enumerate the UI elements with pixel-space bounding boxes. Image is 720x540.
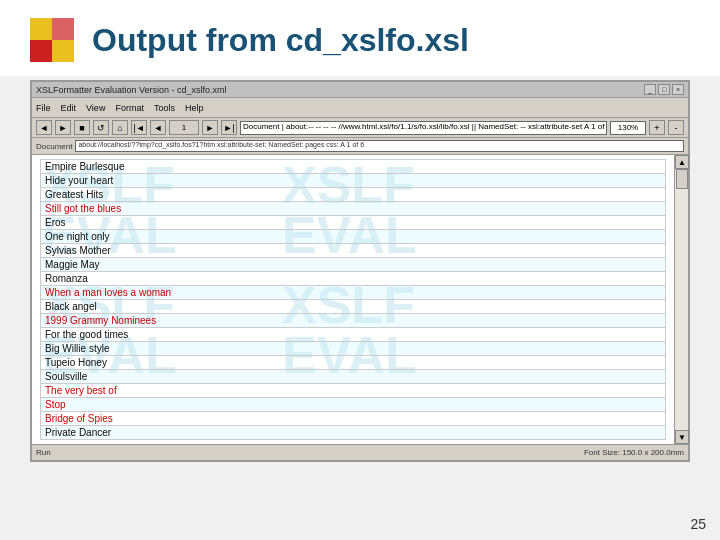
logo-icon: [30, 18, 74, 62]
slide-title: Output from cd_xslfo.xsl: [92, 22, 469, 59]
zoom-level: 130%: [610, 121, 646, 135]
cd-title-cell: Sylvias Mother: [41, 244, 666, 258]
browser-title-buttons: _ □ ×: [644, 84, 684, 95]
home-button[interactable]: ⌂: [112, 120, 128, 135]
nav-btn-8[interactable]: ►|: [221, 120, 237, 135]
cd-title-cell: Empire Burlesque: [41, 160, 666, 174]
url-field[interactable]: about://localhost/??tmp?cd_xslfo.fos?1?h…: [75, 140, 684, 152]
table-row: Maggie May: [41, 258, 666, 272]
forward-button[interactable]: ►: [55, 120, 71, 135]
address-bar[interactable]: Document | about:-- -- -- -- //www.html.…: [240, 121, 607, 135]
menu-tools[interactable]: Tools: [154, 103, 175, 113]
browser-navrow: ◄ ► ■ ↺ ⌂ |◄ ◄ 1 ► ►| Document | about:-…: [32, 118, 688, 138]
cd-table: Empire BurlesqueHide your heartGreatest …: [40, 159, 666, 440]
maximize-button[interactable]: □: [658, 84, 670, 95]
cd-title-cell: One night only: [41, 230, 666, 244]
scroll-track: [675, 169, 688, 430]
browser-window: XSLFormatter Evaluation Version - cd_xsl…: [30, 80, 690, 462]
table-row: Black angel: [41, 300, 666, 314]
nav-btn-5[interactable]: |◄: [131, 120, 147, 135]
table-row: Stop: [41, 398, 666, 412]
browser-statusbar: Run Font Size: 150.0 x 200.0mm: [32, 444, 688, 460]
table-row: Big Willie style: [41, 342, 666, 356]
table-row: Hide your heart: [41, 174, 666, 188]
cd-title-cell: Tupeio Honey: [41, 356, 666, 370]
close-button[interactable]: ×: [672, 84, 684, 95]
svg-rect-1: [52, 40, 74, 62]
cd-title-cell: The very best of: [41, 384, 666, 398]
svg-rect-0: [30, 18, 52, 40]
table-row: 1999 Grammy Nominees: [41, 314, 666, 328]
nav-btn-7[interactable]: ►: [202, 120, 218, 135]
table-row: Bridge of Spies: [41, 412, 666, 426]
scroll-up[interactable]: ▲: [675, 155, 689, 169]
cd-title-cell: 1999 Grammy Nominees: [41, 314, 666, 328]
table-row: One night only: [41, 230, 666, 244]
stop-button[interactable]: ■: [74, 120, 90, 135]
table-row: Eros: [41, 216, 666, 230]
cd-title-cell: Greatest Hits: [41, 188, 666, 202]
scrollbar[interactable]: ▲ ▼: [674, 155, 688, 444]
table-row: Soulsville: [41, 370, 666, 384]
cd-title-cell: Big Willie style: [41, 342, 666, 356]
svg-rect-2: [30, 40, 52, 62]
browser-title-text: XSLFormatter Evaluation Version - cd_xsl…: [36, 85, 644, 95]
cd-title-cell: Romanza: [41, 272, 666, 286]
cd-title-cell: Eros: [41, 216, 666, 230]
table-row: Private Dancer: [41, 426, 666, 440]
cd-title-cell: Bridge of Spies: [41, 412, 666, 426]
zoom-out[interactable]: -: [668, 120, 684, 135]
cd-title-cell: When a man loves a woman: [41, 286, 666, 300]
browser-menubar: File Edit View Format Tools Help: [32, 98, 688, 118]
status-left: Run: [36, 448, 584, 457]
cd-title-cell: Still got the blues: [41, 202, 666, 216]
table-row: When a man loves a woman: [41, 286, 666, 300]
menu-help[interactable]: Help: [185, 103, 204, 113]
menu-bar: File Edit View Format Tools Help: [36, 103, 203, 113]
svg-rect-3: [52, 18, 74, 40]
table-row: Romanza: [41, 272, 666, 286]
table-row: The very best of: [41, 384, 666, 398]
menu-format[interactable]: Format: [115, 103, 144, 113]
cd-title-cell: Soulsville: [41, 370, 666, 384]
table-row: For the good times: [41, 328, 666, 342]
cd-title-cell: Stop: [41, 398, 666, 412]
cd-title-cell: Black angel: [41, 300, 666, 314]
nav-btn-6[interactable]: ◄: [150, 120, 166, 135]
menu-edit[interactable]: Edit: [61, 103, 77, 113]
table-row: Empire Burlesque: [41, 160, 666, 174]
content-main: XSLF XSLF EVAL EVAL XSLF XSLF EVAL EVAL …: [32, 155, 674, 444]
back-button[interactable]: ◄: [36, 120, 52, 135]
table-row: Still got the blues: [41, 202, 666, 216]
slide-number: 25: [690, 516, 706, 532]
browser-content: XSLF XSLF EVAL EVAL XSLF XSLF EVAL EVAL …: [32, 155, 688, 444]
slide-header: Output from cd_xslfo.xsl: [0, 0, 720, 76]
browser-urlrow: Document about://localhost/??tmp?cd_xslf…: [32, 138, 688, 155]
table-row: Greatest Hits: [41, 188, 666, 202]
cd-title-cell: Private Dancer: [41, 426, 666, 440]
menu-file[interactable]: File: [36, 103, 51, 113]
scroll-down[interactable]: ▼: [675, 430, 689, 444]
table-row: Tupeio Honey: [41, 356, 666, 370]
scroll-thumb[interactable]: [676, 169, 688, 189]
table-row: Sylvias Mother: [41, 244, 666, 258]
cd-title-cell: For the good times: [41, 328, 666, 342]
status-right: Font Size: 150.0 x 200.0mm: [584, 448, 684, 457]
url-label: Document: [36, 142, 72, 151]
zoom-in[interactable]: +: [649, 120, 665, 135]
browser-titlebar: XSLFormatter Evaluation Version - cd_xsl…: [32, 82, 688, 98]
minimize-button[interactable]: _: [644, 84, 656, 95]
menu-view[interactable]: View: [86, 103, 105, 113]
page-num: 1: [169, 120, 199, 135]
refresh-button[interactable]: ↺: [93, 120, 109, 135]
cd-title-cell: Hide your heart: [41, 174, 666, 188]
cd-title-cell: Maggie May: [41, 258, 666, 272]
